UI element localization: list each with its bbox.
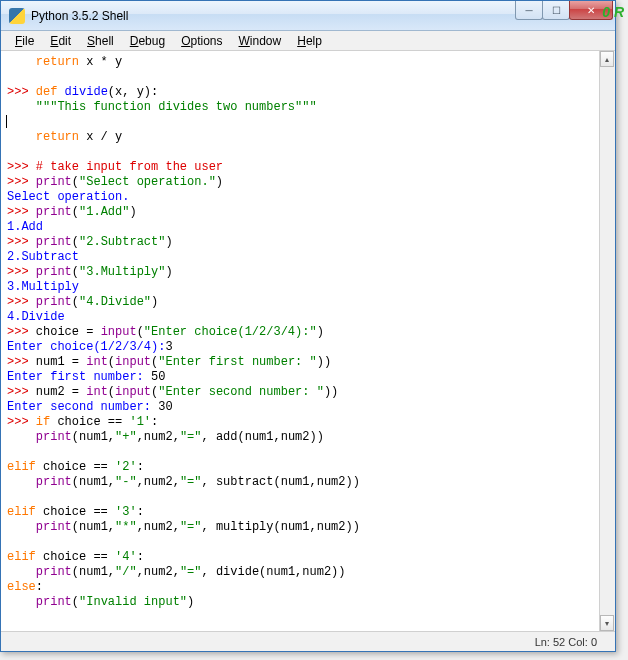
output: 1.Add [7, 220, 43, 234]
line-col-indicator: Ln: 52 Col: 0 [535, 636, 597, 648]
string: "+" [115, 430, 137, 444]
builtin-input: input [115, 355, 151, 369]
builtin-print: print [36, 175, 72, 189]
builtin-input: input [101, 325, 137, 339]
output: Enter first number: [7, 370, 151, 384]
string: '4' [115, 550, 137, 564]
string: "Enter first number: " [158, 355, 316, 369]
prompt: >>> [7, 385, 36, 399]
string: "=" [180, 475, 202, 489]
builtin-print: print [36, 595, 72, 609]
vertical-scrollbar[interactable]: ▴ ▾ [599, 51, 615, 631]
string: "4.Divide" [79, 295, 151, 309]
string: "-" [115, 475, 137, 489]
keyword-elif: elif [7, 505, 36, 519]
string: "=" [180, 430, 202, 444]
window-controls: ─ ☐ ✕ [516, 1, 613, 21]
output: 4.Divide [7, 310, 65, 324]
prompt: >>> [7, 355, 36, 369]
scroll-down-button[interactable]: ▾ [600, 615, 614, 631]
string: "2.Subtract" [79, 235, 165, 249]
string: '3' [115, 505, 137, 519]
builtin-int: int [86, 385, 108, 399]
menu-debug[interactable]: Debug [122, 32, 173, 50]
builtin-print: print [36, 475, 72, 489]
builtin-print: print [36, 295, 72, 309]
menu-options[interactable]: Options [173, 32, 230, 50]
menu-edit[interactable]: Edit [42, 32, 79, 50]
watermark: 0 R [602, 4, 624, 20]
prompt: >>> [7, 265, 36, 279]
python-shell-window: Python 3.5.2 Shell ─ ☐ ✕ File Edit Shell… [0, 0, 616, 652]
string: "Select operation." [79, 175, 216, 189]
minimize-button[interactable]: ─ [515, 1, 543, 20]
output: 2.Subtract [7, 250, 79, 264]
comment: # take input from the user [36, 160, 223, 174]
keyword-else: else [7, 580, 36, 594]
maximize-button[interactable]: ☐ [542, 1, 570, 20]
statusbar: Ln: 52 Col: 0 [1, 631, 615, 651]
python-icon [9, 8, 25, 24]
titlebar[interactable]: Python 3.5.2 Shell ─ ☐ ✕ [1, 1, 615, 31]
builtin-print: print [36, 520, 72, 534]
docstring: """This function divides two numbers""" [7, 100, 317, 114]
builtin-print: print [36, 205, 72, 219]
keyword-return: return [7, 55, 79, 69]
menu-help[interactable]: Help [289, 32, 330, 50]
prompt: >>> [7, 415, 36, 429]
string: '1' [129, 415, 151, 429]
prompt: >>> [7, 325, 36, 339]
string: "=" [180, 520, 202, 534]
keyword-return: return [7, 130, 79, 144]
output: Enter second number: [7, 400, 158, 414]
prompt: >>> [7, 85, 36, 99]
output: Select operation. [7, 190, 129, 204]
menu-file[interactable]: File [7, 32, 42, 50]
keyword-if: if [36, 415, 50, 429]
builtin-print: print [36, 235, 72, 249]
string: "*" [115, 520, 137, 534]
code-content[interactable]: return x * y >>> def divide(x, y): """Th… [1, 51, 615, 631]
builtin-print: print [36, 430, 72, 444]
keyword-elif: elif [7, 460, 36, 474]
prompt: >>> [7, 295, 36, 309]
builtin-print: print [36, 265, 72, 279]
prompt: >>> [7, 160, 36, 174]
builtin-print: print [36, 565, 72, 579]
output: Enter choice(1/2/3/4): [7, 340, 165, 354]
string: "Enter second number: " [158, 385, 324, 399]
string: "/" [115, 565, 137, 579]
scroll-up-button[interactable]: ▴ [600, 51, 614, 67]
func-name: divide [57, 85, 107, 99]
prompt: >>> [7, 235, 36, 249]
prompt: >>> [7, 205, 36, 219]
editor-area[interactable]: return x * y >>> def divide(x, y): """Th… [1, 51, 615, 631]
prompt: >>> [7, 175, 36, 189]
menu-window[interactable]: Window [231, 32, 290, 50]
string: "1.Add" [79, 205, 129, 219]
string: "Enter choice(1/2/3/4):" [144, 325, 317, 339]
string: "=" [180, 565, 202, 579]
string: "Invalid input" [79, 595, 187, 609]
output: 3.Multiply [7, 280, 79, 294]
string: "3.Multiply" [79, 265, 165, 279]
menu-shell[interactable]: Shell [79, 32, 122, 50]
menubar: File Edit Shell Debug Options Window Hel… [1, 31, 615, 51]
keyword-elif: elif [7, 550, 36, 564]
builtin-input: input [115, 385, 151, 399]
keyword-def: def [36, 85, 58, 99]
text-cursor [6, 115, 7, 128]
builtin-int: int [86, 355, 108, 369]
string: '2' [115, 460, 137, 474]
